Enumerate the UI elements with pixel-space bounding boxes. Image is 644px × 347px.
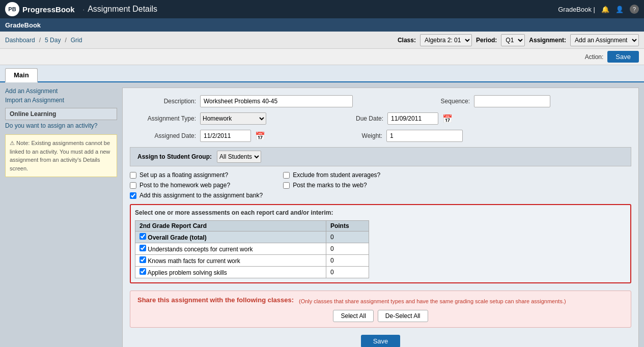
assessment-row-points-3: 0	[326, 267, 369, 278]
assigned-date-row: Assigned Date: 📅 Weight:	[130, 130, 631, 142]
weight-input[interactable]	[386, 130, 463, 142]
assessment-row-label-0: Overall Grade (total)	[148, 234, 206, 241]
select-all-button[interactable]: Select All	[333, 310, 373, 322]
assignment-type-select[interactable]: Homework Quiz Test Project	[200, 112, 266, 125]
assigned-date-label: Assigned Date:	[130, 132, 196, 139]
checkbox-floating-input[interactable]	[130, 172, 136, 179]
student-group-select[interactable]: All Students	[217, 151, 261, 163]
assessment-title: Select one or more assessments on each r…	[135, 209, 626, 216]
student-group-bar: Assign to Student Group: All Students	[130, 147, 631, 166]
assessment-col-header: 2nd Grade Report Card	[135, 221, 326, 232]
class-label: Class:	[398, 37, 416, 44]
assessment-checkbox-0[interactable]	[139, 233, 146, 240]
main-content: Add an Assignment Import an Assignment O…	[0, 82, 644, 347]
logo-text: ProgressBook	[22, 5, 75, 14]
description-label: Description:	[130, 98, 196, 105]
assessment-row-points-1: 0	[326, 243, 369, 255]
share-title: Share this assignment with the following…	[137, 296, 294, 304]
action-bar: Action: Save	[0, 49, 644, 65]
assessment-section: Select one or more assessments on each r…	[130, 204, 631, 283]
checkbox-exclude-averages: Exclude from student averages?	[283, 171, 380, 179]
assessment-table: 2nd Grade Report Card Points Overall Gra…	[135, 220, 369, 278]
assessment-row: Overall Grade (total)0	[135, 232, 369, 243]
breadcrumb-bar: Dashboard / 5 Day / Grid Class: Algebra …	[0, 32, 644, 49]
sidebar-note: ⚠ Note: Existing assignments cannot be l…	[5, 134, 117, 177]
assessment-row: Applies problem solving skills0	[135, 267, 369, 278]
assessment-row: Understands concepts for current work0	[135, 243, 369, 255]
form-area: Description: Sequence: Assignment Type: …	[122, 88, 639, 347]
nav-separator: ·	[83, 6, 85, 13]
assigned-date-calendar-icon[interactable]: 📅	[255, 131, 265, 141]
sub-nav: GradeBook	[0, 18, 644, 32]
assessment-checkbox-3[interactable]	[139, 268, 146, 275]
assessment-row-label-1: Understands concepts for current work	[148, 246, 253, 253]
period-label: Period:	[476, 37, 497, 44]
checkbox-col-left: Set up as a floating assignment? Post to…	[130, 171, 263, 199]
breadcrumb-dashboard[interactable]: Dashboard	[5, 37, 35, 44]
checkbox-section: Set up as a floating assignment? Post to…	[130, 171, 631, 199]
assessment-row-label-2: Knows math facts for current work	[148, 257, 240, 265]
assessment-row-label-3: Applies problem solving skills	[148, 269, 227, 276]
due-date-input[interactable]	[387, 112, 438, 125]
deselect-all-button[interactable]: De-Select All	[378, 310, 428, 322]
online-learning-box: Online Learning	[5, 108, 117, 120]
due-date-calendar-icon[interactable]: 📅	[442, 114, 453, 124]
user-icon[interactable]: 👤	[615, 6, 624, 13]
breadcrumb-controls: Class: Algebra 2: 01 Period: Q1 Assignme…	[398, 34, 639, 46]
save-button-bottom[interactable]: Save	[361, 335, 401, 347]
checkbox-post-marks-input[interactable]	[283, 182, 290, 189]
top-nav-right: GradeBook | 🔔 👤 ?	[558, 5, 639, 14]
bell-icon[interactable]: 🔔	[601, 6, 609, 13]
assign-activity-link[interactable]: Do you want to assign an activity?	[5, 122, 117, 129]
top-nav: PB ProgressBook · Assignment Details Gra…	[0, 0, 644, 18]
assessment-checkbox-2[interactable]	[139, 256, 146, 263]
share-section: Share this assignment with the following…	[130, 291, 631, 328]
logo-icon: PB	[5, 2, 19, 16]
logo: PB ProgressBook	[5, 2, 75, 16]
checkbox-exclude-averages-input[interactable]	[283, 172, 290, 179]
assessment-row-points-0: 0	[326, 232, 369, 243]
sidebar-note-text: ⚠ Note: Existing assignments cannot be l…	[10, 140, 110, 171]
breadcrumb-fiveday[interactable]: 5 Day	[45, 37, 61, 44]
assignment-type-label: Assignment Type:	[130, 115, 196, 122]
sequence-input[interactable]	[474, 95, 550, 107]
period-select[interactable]: Q1	[501, 34, 525, 46]
checkbox-homework-web-input[interactable]	[130, 182, 136, 189]
sequence-label: Sequence:	[404, 98, 470, 105]
share-buttons: Select All De-Select All	[137, 310, 624, 322]
subnav-label: GradeBook	[5, 21, 41, 29]
import-assignment-link[interactable]: Import an Assignment	[5, 97, 117, 104]
checkbox-col-right: Exclude from student averages? Post the …	[283, 171, 380, 199]
tabs-bar: Main	[0, 65, 644, 82]
help-icon[interactable]: ?	[630, 5, 639, 14]
due-date-label: Due Date:	[317, 115, 383, 122]
checkbox-homework-web-label: Post to the homework web page?	[139, 182, 230, 189]
student-group-label: Assign to Student Group:	[137, 153, 212, 160]
breadcrumb-grid[interactable]: Grid	[71, 37, 82, 44]
assessment-points-header: Points	[326, 221, 369, 232]
assignment-label: Assignment:	[529, 37, 566, 44]
assessment-checkbox-1[interactable]	[139, 245, 146, 251]
add-assignment-link[interactable]: Add an Assignment	[5, 88, 117, 95]
checkbox-post-marks: Post the marks to the web?	[283, 182, 380, 189]
checkbox-post-marks-label: Post the marks to the web?	[293, 182, 367, 189]
weight-label: Weight:	[316, 132, 382, 139]
description-row: Description: Sequence:	[130, 95, 631, 107]
checkbox-assignment-bank: Add this assignment to the assignment ba…	[130, 192, 263, 199]
checkbox-exclude-averages-label: Exclude from student averages?	[293, 171, 380, 179]
checkbox-homework-web: Post to the homework web page?	[130, 182, 263, 189]
share-note: (Only classes that share assignment type…	[299, 298, 566, 304]
sidebar: Add an Assignment Import an Assignment O…	[5, 88, 117, 347]
tab-main[interactable]: Main	[5, 68, 38, 82]
gradebook-label: GradeBook |	[558, 6, 595, 13]
description-input[interactable]	[200, 95, 353, 107]
bottom-save: Save	[130, 335, 631, 347]
checkbox-assignment-bank-input[interactable]	[130, 192, 136, 199]
action-label: Action:	[585, 53, 604, 61]
class-select[interactable]: Algebra 2: 01	[420, 34, 472, 46]
assignment-type-row: Assignment Type: Homework Quiz Test Proj…	[130, 112, 631, 125]
breadcrumb-sep1: /	[39, 37, 41, 44]
assigned-date-input[interactable]	[200, 130, 251, 142]
assignment-select[interactable]: Add an Assignment	[570, 34, 639, 46]
save-button-top[interactable]: Save	[607, 51, 639, 63]
